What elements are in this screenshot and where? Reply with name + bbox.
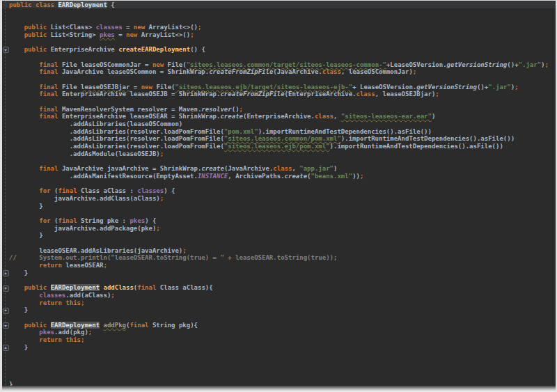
- code-line-1[interactable]: public class EARDeployment {: [9, 1, 556, 9]
- code-token: "siteos.leaseos.ejb/target/siteos-leaseo…: [175, 84, 352, 91]
- code-token: final: [39, 68, 62, 75]
- fold-open-icon[interactable]: [3, 322, 9, 329]
- code-token: "beans.xml": [311, 173, 353, 180]
- code-token: Class aClass :: [81, 187, 137, 194]
- code-token: pkes: [130, 217, 145, 224]
- code-line-30[interactable]: for (final String pke : pkes) {: [9, 217, 556, 225]
- code-line-47[interactable]: }: [9, 344, 556, 352]
- code-line-10[interactable]: final JavaArchive leaseOSCommon = Shrink…: [9, 68, 556, 76]
- code-token: +LeaseOSVersion.: [386, 61, 447, 68]
- fold-close-icon[interactable]: [3, 270, 9, 276]
- code-token: getVersionString: [416, 84, 477, 91]
- code-token: pkes: [100, 31, 115, 38]
- code-line-35[interactable]: // System.out.println("leaseOSEAR.toStri…: [9, 254, 556, 262]
- code-token: ,: [334, 113, 341, 120]
- fold-close-icon[interactable]: [3, 345, 9, 351]
- code-editor[interactable]: public class EARDeployment { public List…: [2, 1, 556, 392]
- code-token: pkes: [39, 329, 54, 336]
- code-line-45[interactable]: pkes.add(pkg);: [9, 329, 556, 336]
- code-line-36[interactable]: return leaseOSEAR;: [9, 262, 556, 269]
- code-line-37[interactable]: }: [9, 269, 556, 277]
- code-token: EnterpriseArchive leaseOSEAR = ShrinkWra…: [62, 113, 221, 120]
- code-line-12[interactable]: final File leaseOSEJBjar = new File("sit…: [9, 84, 556, 91]
- code-line-17[interactable]: .addAsLibraries(leaseOSCommon): [9, 120, 556, 128]
- code-line-40[interactable]: classes.add(aClass);: [9, 292, 556, 299]
- code-line-4[interactable]: public List<Class> classes = new ArrayLi…: [9, 24, 556, 31]
- code-token: ;: [515, 84, 518, 91]
- code-line-51[interactable]: [9, 373, 556, 381]
- code-line-20[interactable]: .addAsLibraries(resolver.loadPomFromFile…: [9, 143, 556, 150]
- code-line-29[interactable]: [9, 210, 556, 217]
- code-line-11[interactable]: [9, 76, 556, 84]
- code-line-32[interactable]: }: [9, 232, 556, 240]
- code-line-21[interactable]: .addAsModule(leaseOSEJB);: [9, 150, 556, 158]
- code-token: classes: [39, 292, 65, 299]
- code-token: ;: [88, 329, 92, 336]
- code-token: [9, 284, 24, 291]
- code-line-25[interactable]: [9, 180, 556, 188]
- code-token: Class aClass){: [160, 284, 213, 291]
- code-token: () {: [190, 46, 205, 53]
- code-token: ()+: [507, 61, 518, 68]
- code-token: (): [232, 106, 240, 113]
- fold-open-icon[interactable]: [3, 47, 9, 53]
- code-line-3[interactable]: [9, 16, 556, 24]
- code-line-6[interactable]: [9, 38, 556, 46]
- fold-close-icon[interactable]: [3, 308, 9, 314]
- code-line-28[interactable]: }: [9, 203, 556, 210]
- code-line-8[interactable]: [9, 54, 556, 61]
- code-token: public class: [9, 1, 58, 8]
- code-area[interactable]: public class EARDeployment { public List…: [2, 1, 556, 389]
- code-line-38[interactable]: [9, 276, 556, 284]
- code-line-46[interactable]: return this;: [9, 336, 556, 344]
- code-token: "siteos.leaseos.common/target/siteos-lea…: [187, 61, 386, 68]
- code-token: "siteos-leaseos-ear.ear": [341, 113, 432, 120]
- code-token: [9, 329, 39, 336]
- code-line-42[interactable]: }: [9, 306, 556, 314]
- code-line-27[interactable]: javaArchive.addClass(aClass);: [9, 195, 556, 203]
- code-line-15[interactable]: final MavenResolverSystem resolver = Mav…: [9, 106, 556, 113]
- code-line-41[interactable]: return this;: [9, 299, 556, 307]
- code-token: (EnterpriseArchive.: [243, 113, 315, 120]
- code-line-44[interactable]: public EARDeployment addPkg(final String…: [9, 322, 556, 329]
- code-line-7[interactable]: public EnterpriseArchive createEARDeploy…: [9, 46, 556, 54]
- code-token: ;: [156, 225, 159, 232]
- code-token: ): [432, 113, 435, 120]
- code-line-5[interactable]: public List<String> pkes = new ArrayList…: [9, 31, 556, 39]
- code-line-13[interactable]: final EnterpriseArchive leaseOSEJB = Shr…: [9, 91, 556, 98]
- code-token: "siteos.leaseos.ejb/pom.xml": [224, 143, 330, 150]
- code-line-22[interactable]: [9, 157, 556, 165]
- code-token: ;: [190, 31, 194, 38]
- code-line-49[interactable]: [9, 359, 556, 366]
- code-token: String pke :: [81, 217, 130, 224]
- code-line-24[interactable]: .addAsManifestResource(EmptyAsset.INSTAN…: [9, 173, 556, 180]
- code-line-16[interactable]: final EnterpriseArchive leaseOSEAR = Shr…: [9, 113, 556, 120]
- code-token: EnterpriseArchive leaseOSEJB = ShrinkWra…: [62, 91, 221, 97]
- code-token: .addAsLibraries(leaseOSCommon): [9, 120, 182, 127]
- code-line-31[interactable]: javaArchive.addPackage(pke);: [9, 225, 556, 233]
- code-line-34[interactable]: leaseOSEAR.addAsLibraries(javaArchive);: [9, 247, 556, 255]
- code-line-19[interactable]: .addAsLibraries(resolver.loadPomFromFile…: [9, 135, 556, 143]
- code-token: javaArchive.addClass(aClass): [9, 195, 160, 202]
- code-line-39[interactable]: public EARDeployment addClass(final Clas…: [9, 284, 556, 292]
- code-line-2[interactable]: [9, 9, 556, 17]
- code-line-14[interactable]: [9, 98, 556, 106]
- code-token: [9, 299, 39, 306]
- fold-open-icon[interactable]: [3, 285, 9, 292]
- code-line-9[interactable]: final File leaseOSCommonJar = new File("…: [9, 61, 556, 69]
- code-line-43[interactable]: [9, 314, 556, 322]
- code-token: File(: [156, 84, 175, 91]
- code-token: .add(aClass): [65, 292, 111, 299]
- code-token: [9, 187, 39, 194]
- code-line-23[interactable]: final JavaArchive javaArchive = ShrinkWr…: [9, 165, 556, 173]
- code-line-48[interactable]: [9, 351, 556, 359]
- code-line-18[interactable]: .addAsLibraries(resolver.loadPomFromFile…: [9, 128, 556, 136]
- code-token: EnterpriseArchive: [51, 46, 119, 53]
- code-token: EARDeployment: [51, 322, 100, 329]
- code-line-33[interactable]: [9, 240, 556, 247]
- code-line-26[interactable]: for (final Class aClass : classes) {: [9, 187, 556, 195]
- code-token: public: [24, 322, 51, 329]
- code-token: .addAsManifestResource(EmptyAsset.: [9, 173, 198, 180]
- code-token: [9, 106, 39, 113]
- code-line-50[interactable]: [9, 366, 556, 374]
